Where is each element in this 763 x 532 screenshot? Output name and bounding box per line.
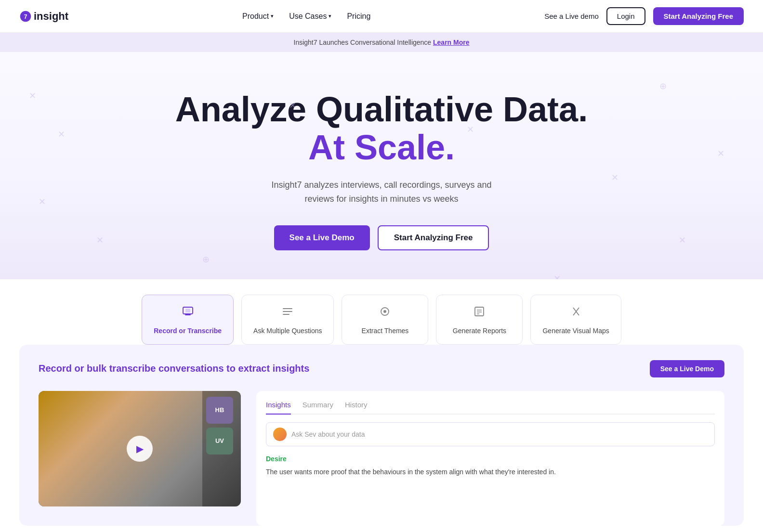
logo-icon: 7 <box>19 10 32 23</box>
tab-questions[interactable]: Ask Multiple Questions <box>241 295 334 345</box>
svg-point-9 <box>383 310 386 313</box>
insights-tabs: Insights Summary History <box>266 401 715 415</box>
nav-use-cases[interactable]: Use Cases ▾ <box>289 12 331 21</box>
questions-icon <box>281 305 294 321</box>
tab-questions-label: Ask Multiple Questions <box>253 327 322 335</box>
svg-rect-5 <box>283 308 292 309</box>
logo[interactable]: 7 insight <box>19 10 68 23</box>
svg-rect-7 <box>283 314 289 315</box>
nav-product[interactable]: Product ▾ <box>242 12 274 21</box>
nav-pricing[interactable]: Pricing <box>347 12 370 21</box>
feature-content-title: Record or bulk transcribe conversations … <box>39 363 309 374</box>
tab-maps-label: Generate Visual Maps <box>542 327 609 335</box>
hero-demo-button[interactable]: See a Live Demo <box>274 225 370 250</box>
ai-input-placeholder[interactable]: Ask Sev about your data <box>291 430 365 438</box>
nav-right: See a Live demo Login Start Analyzing Fr… <box>544 7 744 25</box>
insight-card: Desire The user wants more proof that th… <box>266 455 715 477</box>
maps-icon <box>569 305 583 321</box>
tab-reports[interactable]: Generate Reports <box>436 295 523 345</box>
themes-icon <box>378 305 392 321</box>
insights-tab-history[interactable]: History <box>345 401 368 414</box>
insight-body: The user wants more proof that the behav… <box>266 467 715 477</box>
insights-tab-summary[interactable]: Summary <box>303 401 333 414</box>
feature-demo-button[interactable]: See a Live Demo <box>650 360 724 377</box>
ai-input-row: Ask Sev about your data <box>266 422 715 446</box>
svg-rect-10 <box>475 307 484 316</box>
hero-cta-button[interactable]: Start Analyzing Free <box>378 225 489 250</box>
hero-section: ✕ ✕ ⊕ ✕ ✕ ✕ ⊕ ✕ ✕ ✕ ✕ ✕ Analyze Qualitat… <box>0 52 763 279</box>
tab-themes[interactable]: Extract Themes <box>342 295 428 345</box>
feature-content-section: Record or bulk transcribe conversations … <box>19 345 744 526</box>
svg-text:7: 7 <box>24 13 27 20</box>
tab-themes-label: Extract Themes <box>362 327 409 335</box>
record-icon <box>181 305 195 321</box>
svg-rect-6 <box>283 311 292 312</box>
insight-tag: Desire <box>266 455 715 463</box>
avatar-list: HB UV <box>202 391 241 506</box>
hero-headline: Analyze Qualitative Data. At Scale. <box>19 91 744 167</box>
insights-tab-insights[interactable]: Insights <box>266 401 291 415</box>
reports-icon <box>473 305 486 321</box>
feature-content-header: Record or bulk transcribe conversations … <box>39 360 724 377</box>
tab-record-label: Record or Transcribe <box>154 327 222 335</box>
demo-link[interactable]: See a Live demo <box>544 12 599 20</box>
ai-avatar <box>273 428 287 441</box>
svg-rect-3 <box>185 309 190 312</box>
tab-reports-label: Generate Reports <box>453 327 506 335</box>
hero-subtitle: Insight7 analyzes interviews, call recor… <box>261 178 502 206</box>
chevron-down-icon: ▾ <box>271 13 274 19</box>
hero-buttons: See a Live Demo Start Analyzing Free <box>19 225 744 250</box>
nav-links: Product ▾ Use Cases ▾ Pricing <box>242 12 370 21</box>
navbar: 7 insight Product ▾ Use Cases ▾ Pricing … <box>0 0 763 33</box>
video-container: ▶ HB UV <box>39 391 241 506</box>
logo-text: insight <box>34 10 68 23</box>
play-button[interactable]: ▶ <box>127 436 153 462</box>
feature-tabs: Record or Transcribe Ask Multiple Questi… <box>29 279 734 345</box>
avatar-hb: HB <box>206 397 233 424</box>
feature-demo-row: ▶ HB UV Insights Summary History Ask Sev… <box>39 391 724 526</box>
chevron-down-icon: ▾ <box>329 13 331 19</box>
login-button[interactable]: Login <box>606 7 645 25</box>
announcement-bar: Insight7 Launches Conversational Intelli… <box>0 33 763 52</box>
insights-panel: Insights Summary History Ask Sev about y… <box>256 391 724 526</box>
video-placeholder: ▶ HB UV <box>39 391 241 506</box>
feature-tabs-section: Record or Transcribe Ask Multiple Questi… <box>0 279 763 345</box>
avatar-uv: UV <box>206 428 233 454</box>
start-analyzing-button[interactable]: Start Analyzing Free <box>653 7 744 25</box>
tab-maps[interactable]: Generate Visual Maps <box>530 295 621 345</box>
tab-record[interactable]: Record or Transcribe <box>142 295 234 345</box>
learn-more-link[interactable]: Learn More <box>433 39 469 46</box>
